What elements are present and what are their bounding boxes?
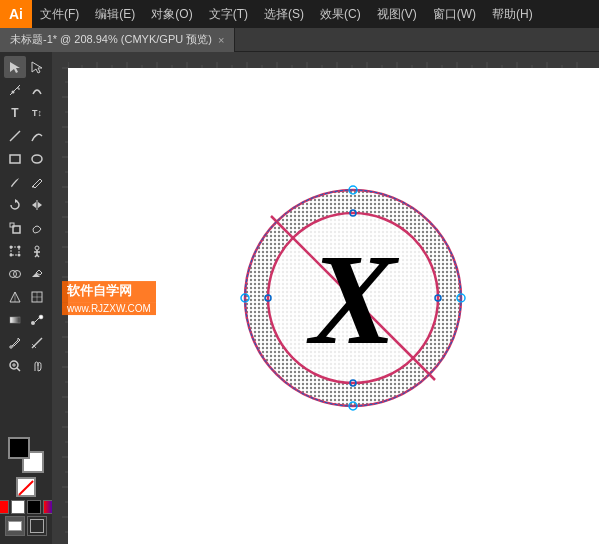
tool-row-line — [0, 125, 52, 147]
rectangle-tool[interactable] — [4, 148, 26, 170]
paintbrush-tool[interactable] — [4, 171, 26, 193]
measure-tool[interactable] — [26, 332, 48, 354]
color-area — [0, 433, 52, 540]
svg-line-16 — [37, 255, 39, 257]
zoom-tool[interactable] — [4, 355, 26, 377]
none-color[interactable] — [16, 477, 36, 497]
white-swatch[interactable] — [11, 500, 25, 514]
fg-bg-swatch[interactable] — [8, 437, 44, 473]
svg-point-9 — [18, 246, 21, 249]
tool-row-eyedropper — [0, 332, 52, 354]
menu-edit[interactable]: 编辑(E) — [87, 0, 143, 28]
tool-row-freetransform — [0, 240, 52, 262]
warp-tool[interactable] — [26, 217, 48, 239]
svg-point-0 — [12, 91, 15, 94]
live-paint-tool[interactable] — [26, 263, 48, 285]
menu-view[interactable]: 视图(V) — [369, 0, 425, 28]
line-tool[interactable] — [4, 125, 26, 147]
svg-line-27 — [32, 338, 42, 348]
svg-rect-2 — [10, 155, 20, 163]
scale-tool[interactable] — [4, 217, 26, 239]
rotate-tool[interactable] — [4, 194, 26, 216]
black-swatch[interactable] — [27, 500, 41, 514]
reflect-tool[interactable] — [26, 194, 48, 216]
left-toolbar: T T↕ — [0, 52, 52, 544]
menu-effect[interactable]: 效果(C) — [312, 0, 369, 28]
menubar: 文件(F) 编辑(E) 对象(O) 文字(T) 选择(S) 效果(C) 视图(V… — [32, 0, 599, 28]
main-layout: T T↕ — [0, 52, 599, 544]
ellipse-tool[interactable] — [26, 148, 48, 170]
menu-help[interactable]: 帮助(H) — [484, 0, 541, 28]
blend-tool[interactable] — [26, 309, 48, 331]
menu-type[interactable]: 文字(T) — [201, 0, 256, 28]
touch-type-tool[interactable]: T↕ — [26, 102, 48, 124]
free-transform-tool[interactable] — [4, 240, 26, 262]
selection-tool[interactable] — [4, 56, 26, 78]
red-swatch[interactable] — [0, 500, 9, 514]
tool-row-scale — [0, 217, 52, 239]
artwork: X — [233, 178, 473, 418]
tab-title: 未标题-1* @ 208.94% (CMYK/GPU 预览) — [10, 32, 212, 47]
svg-point-26 — [39, 315, 43, 319]
svg-rect-24 — [10, 317, 20, 323]
svg-point-8 — [10, 246, 13, 249]
pencil-tool[interactable] — [26, 171, 48, 193]
arc-tool[interactable] — [26, 125, 48, 147]
tool-row-brush — [0, 171, 52, 193]
eyedropper-tool[interactable] — [4, 332, 26, 354]
svg-line-30 — [17, 368, 20, 371]
menu-window[interactable]: 窗口(W) — [425, 0, 484, 28]
tool-row-pen — [0, 79, 52, 101]
horizontal-ruler — [52, 52, 599, 68]
svg-point-11 — [10, 254, 13, 257]
gradient-tool[interactable] — [4, 309, 26, 331]
tool-row-transform — [0, 194, 52, 216]
type-tool[interactable]: T — [4, 102, 26, 124]
screen-mode[interactable] — [27, 516, 47, 536]
quick-swatches — [0, 500, 57, 514]
menu-select[interactable]: 选择(S) — [256, 0, 312, 28]
tool-row-perspective — [0, 286, 52, 308]
mesh-tool[interactable] — [26, 286, 48, 308]
perspective-grid-tool[interactable] — [4, 286, 26, 308]
direct-selection-tool[interactable] — [26, 56, 48, 78]
tool-row-zoom — [0, 355, 52, 377]
svg-rect-7 — [11, 247, 19, 255]
tool-row-gradient — [0, 309, 52, 331]
tab-close-button[interactable]: × — [218, 34, 224, 46]
svg-point-10 — [18, 254, 21, 257]
menu-file[interactable]: 文件(F) — [32, 0, 87, 28]
svg-point-3 — [32, 155, 42, 163]
watermark-title: 软件自学网 — [62, 281, 156, 302]
svg-point-12 — [35, 246, 39, 250]
artboard-icon[interactable] — [5, 516, 25, 536]
menu-object[interactable]: 对象(O) — [143, 0, 200, 28]
foreground-color[interactable] — [8, 437, 30, 459]
titlebar: Ai 文件(F) 编辑(E) 对象(O) 文字(T) 选择(S) 效果(C) 视… — [0, 0, 599, 28]
tool-row-shapes — [0, 148, 52, 170]
puppet-warp-tool[interactable] — [26, 240, 48, 262]
tool-row-type: T T↕ — [0, 102, 52, 124]
shape-builder-tool[interactable] — [4, 263, 26, 285]
ai-logo: Ai — [0, 0, 32, 28]
watermark-url: www.RJZXW.COM — [62, 302, 156, 315]
svg-line-1 — [10, 131, 20, 141]
pen-tool[interactable] — [4, 79, 26, 101]
watermark: 软件自学网 www.RJZXW.COM — [62, 281, 156, 315]
tool-row-select — [0, 56, 52, 78]
tabbar: 未标题-1* @ 208.94% (CMYK/GPU 预览) × — [0, 28, 599, 52]
svg-point-25 — [31, 321, 35, 325]
curvature-tool[interactable] — [26, 79, 48, 101]
prohibition-sign-svg: X — [233, 178, 473, 418]
canvas-area[interactable]: X 软件自学网 www.RJZXW. — [52, 52, 599, 544]
active-tab[interactable]: 未标题-1* @ 208.94% (CMYK/GPU 预览) × — [0, 28, 235, 52]
tool-row-shapebuilder — [0, 263, 52, 285]
svg-text:X: X — [305, 227, 399, 371]
hand-tool[interactable] — [26, 355, 48, 377]
